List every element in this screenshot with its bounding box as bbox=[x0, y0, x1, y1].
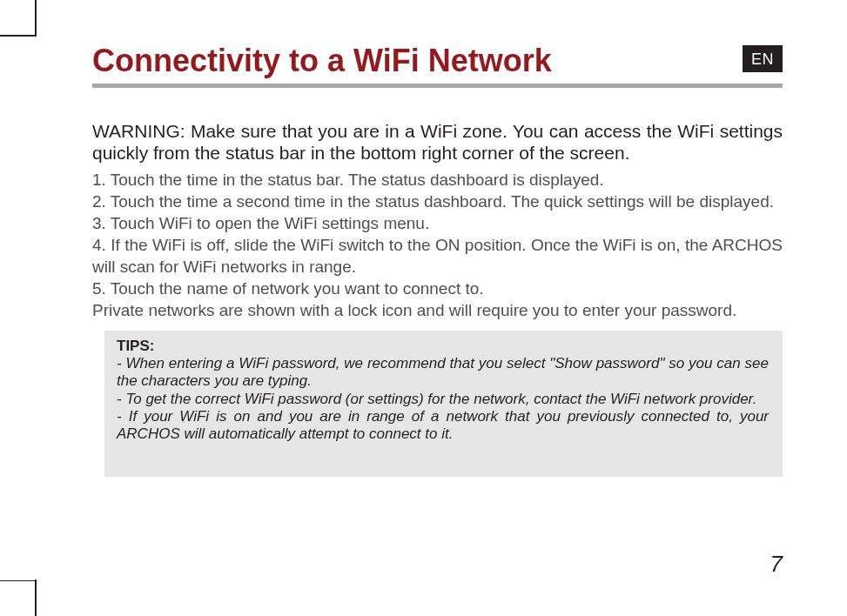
step-item: 3. Touch WiFi to open the WiFi settings … bbox=[92, 213, 783, 234]
crop-mark bbox=[0, 35, 37, 37]
warning-text: WARNING: Make sure that you are in a WiF… bbox=[92, 121, 783, 164]
step-item: Private networks are shown with a lock i… bbox=[92, 300, 783, 321]
crop-mark bbox=[35, 0, 37, 37]
title-rule bbox=[92, 84, 783, 88]
page-number: 7 bbox=[770, 551, 783, 578]
page-title: Connectivity to a WiFi Network bbox=[92, 45, 783, 77]
step-item: 2. Touch the time a second time in the s… bbox=[92, 191, 783, 212]
language-tab: EN bbox=[743, 45, 783, 72]
tips-box: TIPS: - When entering a WiFi password, w… bbox=[104, 331, 783, 477]
tips-heading: TIPS: bbox=[117, 338, 769, 355]
step-item: 1. Touch the time in the status bar. The… bbox=[92, 170, 783, 191]
tip-item: - If your WiFi is on and you are in rang… bbox=[117, 408, 769, 444]
steps-list: 1. Touch the time in the status bar. The… bbox=[92, 170, 783, 322]
crop-mark bbox=[35, 579, 37, 616]
tip-item: - When entering a WiFi password, we reco… bbox=[117, 355, 769, 391]
crop-mark bbox=[0, 580, 37, 582]
tip-item: - To get the correct WiFi password (or s… bbox=[117, 391, 769, 408]
tips-body: - When entering a WiFi password, we reco… bbox=[117, 355, 769, 444]
step-item: 4. If the WiFi is off, slide the WiFi sw… bbox=[92, 235, 783, 278]
step-item: 5. Touch the name of network you want to… bbox=[92, 278, 783, 299]
